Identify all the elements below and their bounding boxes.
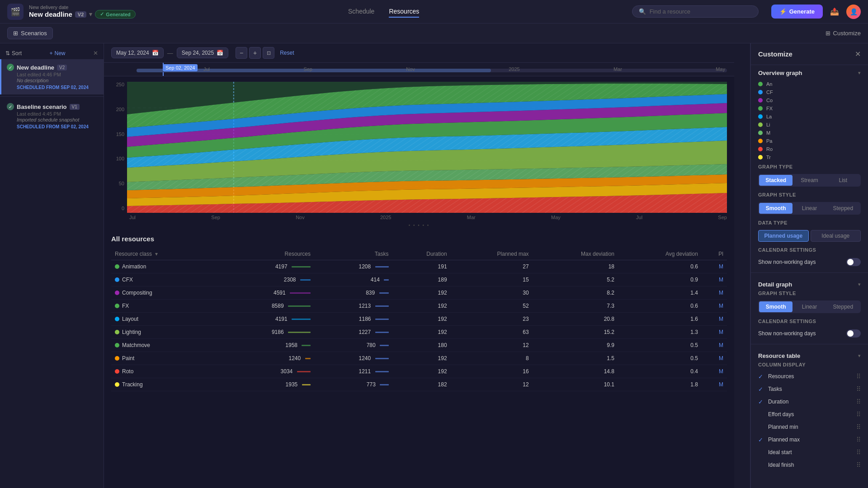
resize-handle[interactable]: • • • • • xyxy=(104,221,734,230)
search-input[interactable] xyxy=(650,8,740,15)
graph-style-stepped-detail[interactable]: Stepped xyxy=(826,301,860,312)
start-date-picker[interactable]: May 12, 2024 📅 xyxy=(111,47,164,58)
column-item[interactable]: ✓ Tasks ⠿ xyxy=(751,383,868,395)
filter-icon: ▾ xyxy=(155,251,158,257)
table-row[interactable]: FX 8589 1213 192 52 7.3 0.6 M xyxy=(111,300,727,313)
column-item[interactable]: Ideal start ⠿ xyxy=(751,446,868,459)
sidebar-header: ⇅ Sort + New ✕ xyxy=(0,47,104,59)
graph-style-smooth-overview[interactable]: Smooth xyxy=(759,203,793,214)
app-logo: 🎬 xyxy=(7,4,24,20)
export-button[interactable]: 📤 xyxy=(828,5,841,18)
chart-x-axis: Jul Sep Nov 2025 Mar May Jul Sep xyxy=(111,215,727,220)
data-type-ideal[interactable]: Ideal usage xyxy=(811,230,861,242)
col-resource-class[interactable]: Resource class ▾ xyxy=(111,248,217,260)
column-item[interactable]: ✓ Planned max ⠿ xyxy=(751,433,868,446)
drag-handle-icon[interactable]: ⠿ xyxy=(856,373,861,380)
col-tasks[interactable]: Tasks xyxy=(314,248,392,260)
graph-type-list[interactable]: List xyxy=(826,175,860,186)
zoom-out-button[interactable]: − xyxy=(236,47,247,59)
calendar-settings-label2: CALENDAR SETTINGS xyxy=(751,319,868,327)
project-info: New delivery date New deadline V2 ▾ ✓ Ge… xyxy=(29,5,136,19)
customize-panel: Customize ✕ Overview graph ▾ AnCFCoFXLaL… xyxy=(750,43,868,488)
close-customize-button[interactable]: ✕ xyxy=(855,50,861,58)
col-avg-deviation[interactable]: Avg deviation xyxy=(618,248,702,260)
stacked-area-chart xyxy=(127,82,727,213)
generate-button[interactable]: ⚡ Generate xyxy=(771,5,823,19)
col-planned-max[interactable]: Planned max xyxy=(451,248,533,260)
table-row[interactable]: Paint 1240 1240 192 8 1.5 0.5 M xyxy=(111,352,727,365)
x-label-jul: Jul xyxy=(129,215,136,220)
topbar-center: Schedule Resources xyxy=(141,6,627,18)
sort-button[interactable]: ⇅ Sort xyxy=(5,50,22,56)
graph-style-smooth-detail[interactable]: Smooth xyxy=(759,301,793,312)
column-item[interactable]: ✓ Duration ⠿ xyxy=(751,395,868,408)
chart-svg-area[interactable] xyxy=(127,82,727,213)
x-label-2025: 2025 xyxy=(380,215,391,220)
table-row[interactable]: Layout 4191 1186 192 23 20.8 1.6 M xyxy=(111,313,727,326)
col-duration[interactable]: Duration xyxy=(392,248,451,260)
reset-button[interactable]: Reset xyxy=(280,50,294,56)
drag-handle-icon[interactable]: ⠿ xyxy=(856,398,861,405)
drag-handle-icon[interactable]: ⠿ xyxy=(856,411,861,418)
sidebar: ⇅ Sort + New ✕ ✓ New deadline V2 Last ed… xyxy=(0,43,104,488)
table-row[interactable]: Tracking 1935 773 182 12 10.1 1.8 M xyxy=(111,378,727,391)
column-item[interactable]: Planned min ⠿ xyxy=(751,421,868,433)
timeline-marker-sep: Sep xyxy=(303,66,312,72)
expand-detail-icon: ▾ xyxy=(858,282,861,287)
tab-schedule[interactable]: Schedule xyxy=(348,6,374,18)
scenario-item-baseline[interactable]: ✓ Baseline scenario V1 Last edited 4:45 … xyxy=(0,99,104,134)
scenarios-button[interactable]: ⊞ Scenarios xyxy=(7,27,53,39)
fit-button[interactable]: ⊡ xyxy=(263,47,274,59)
drag-handle-icon[interactable]: ⠿ xyxy=(856,436,861,443)
drag-handle-icon[interactable]: ⠿ xyxy=(856,385,861,393)
graph-style-stepped-overview[interactable]: Stepped xyxy=(826,203,860,214)
table-row[interactable]: Compositing 4591 839 192 30 8.2 1.4 M xyxy=(111,286,727,300)
new-scenario-button[interactable]: + New xyxy=(49,50,65,56)
legend-items: AnCFCoFXLaLiMPaRoTr xyxy=(751,79,868,164)
zoom-in-button[interactable]: + xyxy=(249,47,261,59)
legend-item: Tr xyxy=(758,153,861,161)
column-item[interactable]: Ideal finish ⠿ xyxy=(751,459,868,471)
column-item[interactable]: Effort days ⠿ xyxy=(751,408,868,421)
graph-type-stream[interactable]: Stream xyxy=(793,175,826,186)
legend-item: FX xyxy=(758,104,861,113)
drag-handle-icon[interactable]: ⠿ xyxy=(856,423,861,431)
detail-graph-section-header[interactable]: Detail graph ▾ xyxy=(751,277,868,291)
drag-handle-icon[interactable]: ⠿ xyxy=(856,461,861,469)
table-row[interactable]: Animation 4197 1208 191 27 18 0.6 M xyxy=(111,260,727,273)
drag-handle-icon[interactable]: ⠿ xyxy=(856,449,861,456)
table-row[interactable]: Matchmove 1958 780 180 12 9.9 0.5 M xyxy=(111,339,727,352)
content-area: May 12, 2024 📅 — Sep 24, 2025 📅 − + ⊡ Re… xyxy=(104,43,734,488)
overview-graph-section-header[interactable]: Overview graph ▾ xyxy=(751,65,868,79)
calendar-icon: 📅 xyxy=(152,50,159,56)
col-max-deviation[interactable]: Max deviation xyxy=(533,248,618,260)
scenario-check-icon: ✓ xyxy=(7,64,14,71)
col-resources[interactable]: Resources xyxy=(217,248,314,260)
table-row[interactable]: CFX 2308 414 189 15 5.2 0.9 M xyxy=(111,273,727,286)
customize-header: Customize ✕ xyxy=(751,43,868,65)
legend-item: An xyxy=(758,80,861,88)
customize-button[interactable]: ⊞ Customize xyxy=(826,30,861,37)
non-working-days-toggle-detail[interactable] xyxy=(846,329,861,338)
graph-type-stacked[interactable]: Stacked xyxy=(759,175,793,186)
timeline-marker-may: May xyxy=(716,66,725,72)
resource-table-section-header[interactable]: Resource table ▾ xyxy=(751,348,868,362)
data-type-planned[interactable]: Planned usage xyxy=(758,230,809,242)
table-row[interactable]: Lighting 9186 1227 192 63 15.2 1.3 M xyxy=(111,326,727,339)
graph-style-linear-detail[interactable]: Linear xyxy=(793,301,826,312)
x-label-jul2: Jul xyxy=(636,215,642,220)
column-item[interactable]: ✓ Resources ⠿ xyxy=(751,370,868,383)
timeline-labels: Jul Sep Nov 2025 Mar May xyxy=(203,66,725,72)
x-label-nov: Nov xyxy=(296,215,305,220)
scenario-item-new-deadline[interactable]: ✓ New deadline V2 Last edited 4:46 PM No… xyxy=(0,59,104,94)
end-date-picker[interactable]: Sep 24, 2025 📅 xyxy=(177,47,228,58)
search-bar[interactable]: 🔍 xyxy=(632,5,759,18)
avatar: 👤 xyxy=(846,5,861,19)
close-sidebar-button[interactable]: ✕ xyxy=(93,50,98,56)
table-row[interactable]: Roto 3034 1211 192 16 14.8 0.4 M xyxy=(111,365,727,378)
col-pl[interactable]: Pl xyxy=(702,248,727,260)
graph-style-linear-overview[interactable]: Linear xyxy=(793,203,826,214)
non-working-days-toggle-overview[interactable] xyxy=(846,258,861,266)
tab-resources[interactable]: Resources xyxy=(389,6,419,18)
secondbar: ⊞ Scenarios ⊞ Customize xyxy=(0,23,868,43)
